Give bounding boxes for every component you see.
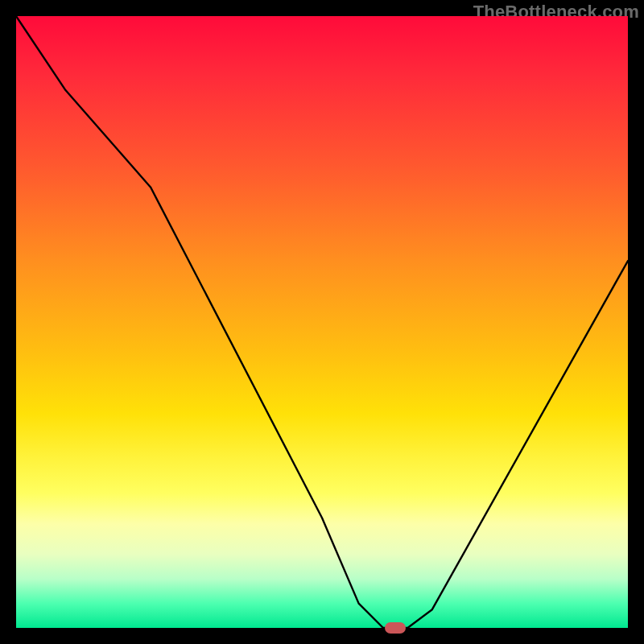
plot-area bbox=[16, 16, 628, 628]
optimal-point-marker bbox=[385, 622, 406, 634]
bottleneck-curve bbox=[16, 16, 628, 628]
chart-container: TheBottleneck.com bbox=[0, 0, 644, 644]
